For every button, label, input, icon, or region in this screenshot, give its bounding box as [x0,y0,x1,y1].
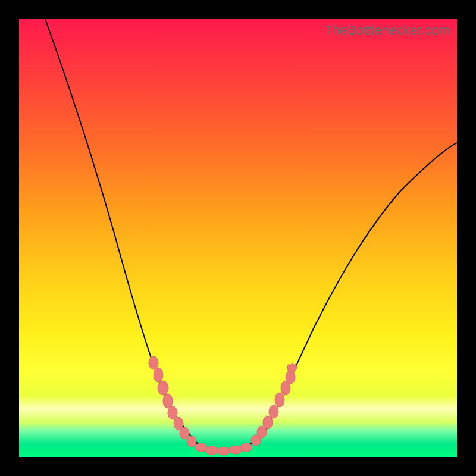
svg-point-10 [217,447,230,455]
bottleneck-curve [19,19,457,457]
svg-point-12 [240,443,252,452]
svg-point-1 [154,368,163,382]
svg-point-3 [163,394,173,408]
svg-point-4 [168,406,177,419]
svg-point-16 [269,405,278,418]
svg-point-9 [205,446,218,455]
svg-point-0 [149,356,158,369]
plot-area: TheBottlenecker.com [19,19,457,457]
svg-point-2 [158,381,168,395]
svg-point-19 [286,371,295,384]
curve-path [45,19,457,451]
marker-cluster [149,356,297,455]
chart-frame: TheBottlenecker.com [0,0,476,476]
svg-point-17 [275,393,284,407]
svg-point-7 [187,436,196,447]
svg-point-6 [180,427,189,439]
svg-point-15 [263,416,273,429]
